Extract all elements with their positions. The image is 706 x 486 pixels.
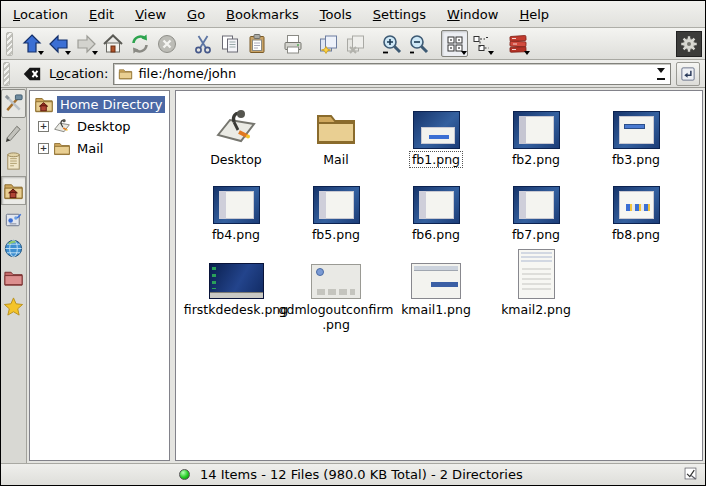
tree-item-mail[interactable]: +Mail (30, 137, 169, 159)
menu-view[interactable]: View (135, 7, 166, 22)
expander-icon[interactable]: + (38, 143, 49, 154)
zoom-out-button[interactable] (405, 30, 432, 57)
reload-icon (129, 33, 151, 55)
sidebar-tab-network[interactable] (1, 234, 26, 263)
file-name: fb7.png (509, 226, 563, 243)
location-drag-handle[interactable] (3, 62, 10, 86)
bookmarks-button[interactable] (504, 30, 531, 57)
view-indicator[interactable] (683, 466, 698, 484)
file-item[interactable]: fb1.png (386, 99, 486, 168)
icon-view-button[interactable] (441, 30, 468, 57)
tree-view-button[interactable] (468, 30, 495, 57)
file-item[interactable]: fb7.png (486, 174, 586, 243)
thumbnail-box (209, 249, 264, 301)
menu-go[interactable]: Go (187, 7, 205, 22)
sidebar-tab-history[interactable] (1, 147, 26, 176)
home-button[interactable] (99, 30, 126, 57)
file-thumbnail (311, 264, 361, 299)
menu-settings[interactable]: Settings (373, 7, 426, 22)
sidebar-tab-bookmarks[interactable] (1, 292, 26, 321)
file-item[interactable]: gdmlogoutconfirm .png (286, 249, 386, 333)
sidebar-tab-home-directory[interactable] (1, 176, 26, 205)
file-name: Desktop (207, 151, 265, 168)
new-tab-button[interactable] (315, 30, 342, 57)
file-thumbnail (513, 186, 560, 224)
statusbar: 14 Items - 12 Files (980.0 KB Total) - 2… (1, 463, 705, 485)
toolbar-drag-handle[interactable] (6, 32, 13, 56)
file-name: fb4.png (209, 226, 263, 243)
file-name: kmail1.png (398, 301, 474, 318)
cut-button[interactable] (189, 30, 216, 57)
file-item[interactable]: fb6.png (386, 174, 486, 243)
zoom-in-icon (381, 33, 403, 55)
menu-bookmarks[interactable]: Bookmarks (226, 7, 299, 22)
kde-gear-icon (679, 34, 699, 54)
sidebar-tab-root-directory[interactable] (1, 263, 26, 292)
menu-tools[interactable]: Tools (320, 7, 352, 22)
file-thumbnail (613, 111, 660, 149)
home-icon (102, 33, 124, 55)
expander-icon[interactable]: + (38, 121, 49, 132)
home-directory-icon (3, 180, 24, 201)
file-item[interactable]: fb2.png (486, 99, 586, 168)
file-item[interactable]: kmail2.png (486, 249, 586, 333)
close-tab-icon (345, 33, 367, 55)
tree-item-desktop[interactable]: +Desktop (30, 115, 169, 137)
folder-icon (117, 66, 134, 81)
menu-location[interactable]: Location (13, 7, 68, 22)
sidebar-tab-metabar[interactable] (1, 118, 26, 147)
tree-item-label: Desktop (74, 118, 134, 135)
file-thumbnail (613, 186, 660, 224)
zoom-in-button[interactable] (378, 30, 405, 57)
back-button[interactable] (45, 30, 72, 57)
file-thumbnail (518, 249, 555, 299)
thumbnail-box (413, 99, 460, 151)
checkbox-pen-icon (683, 466, 698, 481)
thumbnail-box (313, 99, 359, 151)
thumbnail-box (411, 249, 461, 301)
file-thumbnail (213, 186, 260, 224)
location-toolbar: Location: (1, 60, 705, 88)
clear-location-button[interactable] (20, 63, 44, 85)
reload-button[interactable] (126, 30, 153, 57)
file-item[interactable]: firstkdedesk.png (186, 249, 286, 333)
location-combobox (113, 63, 671, 85)
file-item[interactable]: fb3.png (586, 99, 686, 168)
paste-button[interactable] (243, 30, 270, 57)
file-item[interactable]: fb4.png (186, 174, 286, 243)
file-item[interactable]: Desktop (186, 99, 286, 168)
go-button[interactable] (676, 62, 700, 86)
new-tab-icon (318, 33, 340, 55)
menubar: LocationEditViewGoBookmarksToolsSettings… (1, 1, 705, 28)
up-icon (21, 33, 43, 55)
file-grid: DesktopMailfb1.pngfb2.pngfb3.pngfb4.pngf… (176, 91, 702, 333)
copy-icon (219, 33, 241, 55)
tree-view-icon (471, 33, 493, 55)
up-button[interactable] (18, 30, 45, 57)
location-dropdown-arrow[interactable] (653, 65, 668, 83)
bookmarks-icon (3, 296, 24, 317)
tree-item-home-directory[interactable]: Home Directory (30, 93, 169, 115)
sidebar-tab-services[interactable] (1, 205, 26, 234)
location-input[interactable] (134, 66, 653, 81)
services-icon (3, 209, 24, 230)
toolbar-buttons (18, 28, 531, 59)
file-item[interactable]: fb5.png (286, 174, 386, 243)
menu-window[interactable]: Window (447, 7, 498, 22)
folder-icon (313, 105, 359, 149)
sidebar-tabstrip (1, 88, 27, 463)
file-name: fb5.png (309, 226, 363, 243)
menu-help[interactable]: Help (519, 7, 549, 22)
desktop-icon (213, 105, 259, 149)
file-item[interactable]: Mail (286, 99, 386, 168)
main-toolbar (1, 28, 705, 60)
copy-button[interactable] (216, 30, 243, 57)
folderhome-icon (33, 94, 55, 114)
file-item[interactable]: fb8.png (586, 174, 686, 243)
thumbnail-box (313, 174, 360, 226)
menu-edit[interactable]: Edit (89, 7, 114, 22)
sidebar-tab-configure[interactable] (1, 89, 26, 118)
print-button[interactable] (279, 30, 306, 57)
file-item[interactable]: kmail1.png (386, 249, 486, 333)
bookmarks-icon (507, 33, 529, 55)
